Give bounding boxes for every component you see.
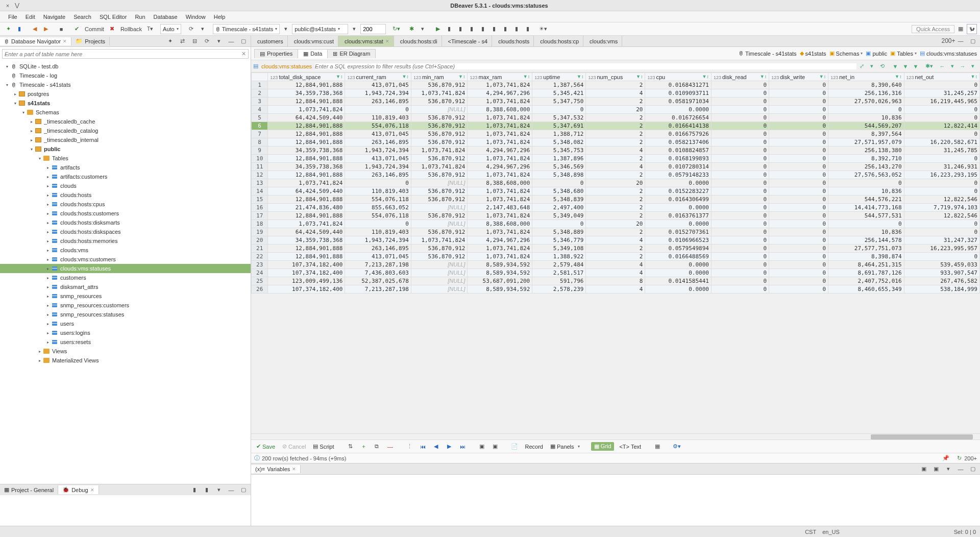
cell[interactable]: 0 (711, 171, 769, 179)
table-row[interactable]: 1012,884,901,888413,071,045536,870,9121,… (252, 155, 980, 163)
column-header-max-ram[interactable]: 123max_ram▼↕ (468, 73, 532, 81)
horizontal-scrollbar[interactable] (251, 433, 980, 440)
cell[interactable]: 1,073,741,824 (411, 236, 468, 245)
breadcrumb-schemas[interactable]: Schemas (836, 51, 860, 57)
table-row[interactable]: 1712,884,901,888554,076,118536,870,9121,… (252, 212, 980, 220)
tree-item-clouds-hosts-disksmarts[interactable]: ▸clouds:hosts:disksmarts (0, 218, 251, 227)
cell[interactable]: 0 (769, 179, 828, 187)
column-header-total-disk-space[interactable]: 123total_disk_space▼↕ (268, 73, 345, 81)
row-number[interactable]: 8 (252, 138, 268, 147)
cell[interactable]: 0 (769, 245, 828, 253)
subtab-properties[interactable]: ▤Properties (254, 49, 298, 58)
tree-arrow-icon[interactable]: ▸ (45, 230, 51, 234)
cell[interactable]: 107,374,182,400 (268, 269, 345, 277)
cell[interactable]: 0.0168199893 (645, 155, 711, 163)
menu-database[interactable]: Database (150, 14, 182, 20)
cell[interactable]: 2 (586, 171, 645, 179)
commit-mode-dropdown[interactable]: Auto (160, 24, 181, 34)
undo-icon[interactable]: ◀ (30, 24, 40, 34)
step2-icon[interactable]: ▮ (455, 24, 465, 34)
cell[interactable]: 0 (769, 261, 828, 269)
text-view-button[interactable]: <T>Text (617, 443, 643, 451)
cell[interactable]: 0 (769, 106, 828, 114)
cell[interactable]: 12,822,414 (904, 122, 979, 130)
refresh-data-icon[interactable]: ↻ (954, 453, 964, 463)
script-button[interactable]: ▤Script (311, 442, 336, 451)
cell[interactable]: 8,460,655,349 (828, 285, 904, 294)
tree-item-clouds-hosts-diskspaces[interactable]: ▸clouds:hosts:diskspaces (0, 227, 251, 236)
cell[interactable]: 256,143,270 (828, 163, 904, 171)
config-icon[interactable]: ▦ (652, 442, 663, 452)
cell[interactable]: 0 (904, 187, 979, 196)
editor-tab--timescale---s4[interactable]: <Timescale - s4 (442, 36, 493, 46)
tree-arrow-icon[interactable]: ▸ (45, 184, 51, 188)
row-number[interactable]: 3 (252, 97, 268, 106)
cell[interactable]: 1,943,724,394 (345, 163, 411, 171)
cell[interactable]: 0 (711, 228, 769, 236)
cell[interactable]: [NULL] (411, 220, 468, 228)
cell[interactable]: 5,346,569 (532, 163, 586, 171)
conn-edit-icon[interactable]: ⟳ (186, 24, 197, 34)
table-row[interactable]: 2212,884,901,888413,071,045536,870,9121,… (252, 253, 980, 261)
cell[interactable]: 538,184,999 (904, 285, 979, 294)
cell[interactable]: 5,348,839 (532, 196, 586, 204)
rollback-icon[interactable]: ✖ (107, 24, 117, 34)
table-row[interactable]: 1964,424,509,440110,819,403536,870,9121,… (252, 228, 980, 236)
cell[interactable]: 0 (711, 179, 769, 187)
last-page-icon[interactable]: ⏭ (457, 442, 468, 452)
row-number[interactable]: 23 (252, 261, 268, 269)
tree-item-disksmart_attrs[interactable]: ▸disksmart_attrs (0, 282, 251, 291)
cell[interactable]: 554,076,118 (345, 122, 411, 130)
cell[interactable]: 536,870,912 (411, 228, 468, 236)
cell[interactable]: 12,884,901,888 (268, 138, 345, 147)
cell[interactable]: 64,424,509,440 (268, 187, 345, 196)
cell[interactable]: 4 (586, 236, 645, 245)
column-header-net-out[interactable]: 123net_out▼↕ (904, 73, 979, 81)
cell[interactable]: [NULL] (411, 277, 468, 285)
table-row[interactable]: 812,884,901,888263,146,895536,870,9121,0… (252, 138, 980, 147)
cell[interactable]: [NULL] (411, 179, 468, 187)
step3-icon[interactable]: ▮ (467, 24, 477, 34)
cell[interactable]: 4,294,967,296 (468, 163, 532, 171)
column-header-net-in[interactable]: 123net_in▼↕ (828, 73, 904, 81)
cell[interactable]: 0 (711, 236, 769, 245)
cell[interactable]: 0.0152283227 (645, 187, 711, 196)
cell[interactable]: 0 (711, 163, 769, 171)
cell[interactable]: 1,073,741,824 (268, 106, 345, 114)
cell[interactable]: 0 (711, 89, 769, 97)
cell[interactable]: 263,146,895 (345, 138, 411, 147)
cell[interactable]: 5,348,898 (532, 171, 586, 179)
tree-item-postgres[interactable]: ▸postgres (0, 89, 251, 99)
cell[interactable]: 536,870,912 (411, 155, 468, 163)
cell[interactable]: 0 (711, 220, 769, 228)
menu-window[interactable]: Window (182, 14, 210, 20)
cell[interactable]: 0.0106966523 (645, 236, 711, 245)
cell[interactable]: 20 (586, 106, 645, 114)
row-number[interactable]: 6 (252, 122, 268, 130)
row-number[interactable]: 13 (252, 179, 268, 187)
cell[interactable]: 2 (586, 228, 645, 236)
row-number[interactable]: 17 (252, 212, 268, 220)
cell[interactable]: 0 (769, 97, 828, 106)
cell[interactable]: 8,390,640 (828, 81, 904, 89)
tree-arrow-icon[interactable]: ▸ (29, 138, 35, 142)
cell[interactable]: 0.0166414138 (645, 122, 711, 130)
row-number[interactable]: 24 (252, 269, 268, 277)
cell[interactable]: 2 (586, 155, 645, 163)
cell[interactable]: 53,687,091,200 (468, 277, 532, 285)
row-number[interactable]: 2 (252, 89, 268, 97)
menu-run[interactable]: Run (131, 14, 149, 20)
cell[interactable]: 20 (586, 220, 645, 228)
cell[interactable]: 1,073,741,824 (468, 97, 532, 106)
row-number[interactable]: 14 (252, 187, 268, 196)
table-row[interactable]: 41,073,741,8240[NULL]8,388,608,0000200.0… (252, 106, 980, 114)
tree-arrow-icon[interactable]: ▸ (45, 276, 51, 280)
quick-access[interactable]: Quick Access (912, 25, 954, 33)
column-header-disk-read[interactable]: 123disk_read▼↕ (711, 73, 769, 81)
step7-icon[interactable]: ▮ (511, 24, 522, 34)
cell[interactable]: 0 (904, 114, 979, 122)
row-number[interactable]: 1 (252, 81, 268, 89)
cell[interactable]: 1,387,896 (532, 155, 586, 163)
row-number[interactable]: 18 (252, 220, 268, 228)
nav-forward-icon[interactable]: → (958, 62, 968, 71)
